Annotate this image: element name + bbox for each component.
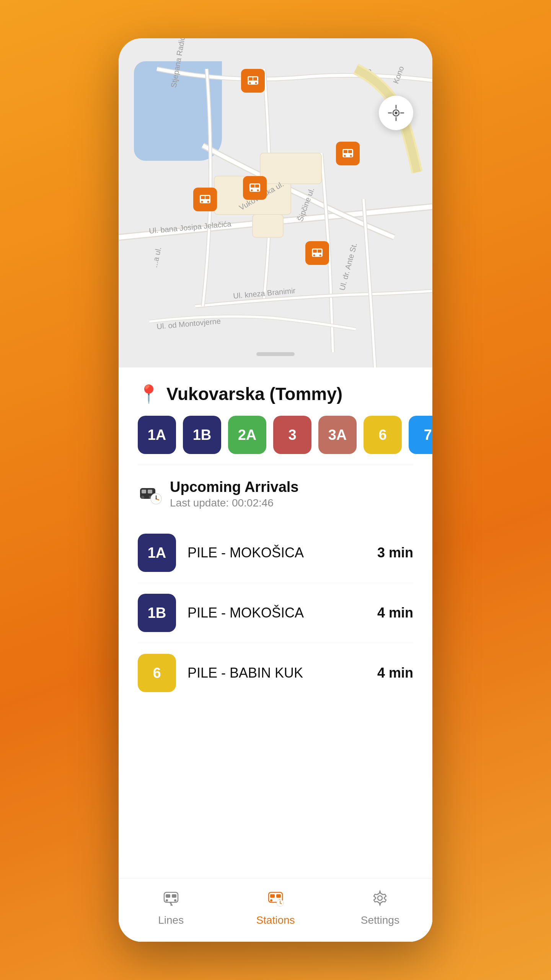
svg-point-54 xyxy=(156,498,157,499)
svg-point-27 xyxy=(251,189,253,191)
svg-point-58 xyxy=(166,899,168,902)
bus-marker-4[interactable] xyxy=(193,188,217,211)
arrival-row-1a[interactable]: 1A PILE - MOKOŠICA 3 min xyxy=(138,523,413,583)
bottom-navigation: Lines xyxy=(119,878,432,942)
svg-rect-46 xyxy=(142,490,146,493)
map-roads-svg: Ul. bana Josipa Jelačića Vukovarska ul. … xyxy=(119,38,432,368)
station-name: Vukovarska (Tommy) xyxy=(166,384,342,404)
arrival-time-6: 4 min xyxy=(377,665,413,681)
svg-point-71 xyxy=(280,903,280,903)
svg-rect-2 xyxy=(253,214,283,237)
svg-point-17 xyxy=(255,82,257,84)
route-badge-2a[interactable]: 2A xyxy=(228,416,266,454)
route-badge-1b[interactable]: 1B xyxy=(183,416,221,454)
bus-marker-2[interactable] xyxy=(336,142,360,165)
svg-rect-63 xyxy=(270,894,275,898)
svg-point-37 xyxy=(313,255,315,256)
svg-rect-31 xyxy=(205,196,209,199)
route-badge-3a[interactable]: 3A xyxy=(318,416,357,454)
arrivals-icon xyxy=(138,482,162,506)
svg-point-32 xyxy=(201,201,203,203)
svg-point-16 xyxy=(249,82,251,84)
svg-rect-20 xyxy=(344,150,347,153)
svg-rect-1 xyxy=(260,153,321,184)
svg-point-22 xyxy=(344,155,346,157)
svg-point-38 xyxy=(320,255,321,256)
svg-rect-35 xyxy=(313,250,317,253)
location-button[interactable] xyxy=(379,96,413,130)
bus-marker-1[interactable] xyxy=(241,69,265,93)
svg-rect-18 xyxy=(248,80,258,81)
arrival-destination-1a: PILE - MOKOŠICA xyxy=(187,545,366,561)
location-icon xyxy=(388,105,404,121)
drag-handle[interactable] xyxy=(256,352,295,356)
arrival-time-1b: 4 min xyxy=(377,605,413,621)
bus-marker-5[interactable] xyxy=(305,241,329,265)
arrival-time-1a: 3 min xyxy=(377,545,413,561)
arrival-badge-1b: 1B xyxy=(138,594,176,632)
svg-rect-21 xyxy=(348,150,352,153)
stations-icon xyxy=(267,889,284,911)
svg-point-65 xyxy=(270,899,272,902)
svg-rect-36 xyxy=(318,250,321,253)
svg-point-44 xyxy=(395,112,398,114)
route-badges-row: 1A 1B 2A 3 3A 6 7 xyxy=(119,412,432,465)
svg-point-59 xyxy=(174,899,176,902)
arrival-destination-6: PILE - BABIN KUK xyxy=(187,665,366,681)
svg-rect-56 xyxy=(166,894,170,898)
arrivals-header: Upcoming Arrivals Last update: 00:02:46 xyxy=(119,465,432,517)
route-badge-7[interactable]: 7 xyxy=(409,416,432,454)
route-badge-3[interactable]: 3 xyxy=(273,416,311,454)
svg-text:...a ul.: ...a ul. xyxy=(150,246,163,268)
settings-icon xyxy=(371,889,389,911)
arrival-row-6[interactable]: 6 PILE - BABIN KUK 4 min xyxy=(138,643,413,703)
lines-icon xyxy=(162,889,180,911)
arrival-badge-1a: 1A xyxy=(138,534,176,572)
svg-rect-30 xyxy=(201,196,205,199)
arrivals-text-group: Upcoming Arrivals Last update: 00:02:46 xyxy=(170,479,298,509)
arrivals-title: Upcoming Arrivals xyxy=(170,479,298,495)
svg-text:Ul. dr. Ante St.: Ul. dr. Ante St. xyxy=(338,242,359,291)
nav-label-stations: Stations xyxy=(256,914,295,926)
svg-rect-14 xyxy=(249,77,253,80)
bottom-panel: 📍 Vukovarska (Tommy) 1A 1B 2A 3 3A 6 xyxy=(119,368,432,942)
map-section: Ul. bana Josipa Jelačića Vukovarska ul. … xyxy=(119,38,432,368)
svg-point-48 xyxy=(141,496,144,499)
route-badge-6[interactable]: 6 xyxy=(364,416,402,454)
nav-label-lines: Lines xyxy=(158,914,184,926)
nav-item-lines[interactable]: Lines xyxy=(119,889,223,926)
svg-rect-47 xyxy=(148,490,152,493)
arrival-destination-1b: PILE - MOKOŠICA xyxy=(187,605,366,621)
arrivals-list: 1A PILE - MOKOŠICA 3 min 1B PILE - MOKOŠ… xyxy=(119,517,432,709)
svg-point-28 xyxy=(257,189,259,191)
arrivals-last-update: Last update: 00:02:46 xyxy=(170,497,298,509)
svg-rect-15 xyxy=(253,77,257,80)
svg-rect-64 xyxy=(276,894,281,898)
svg-rect-25 xyxy=(251,185,254,188)
svg-rect-26 xyxy=(255,185,259,188)
nav-label-settings: Settings xyxy=(361,914,399,926)
bus-marker-3[interactable] xyxy=(243,176,267,200)
arrival-row-1b[interactable]: 1B PILE - MOKOŠICA 4 min xyxy=(138,583,413,643)
svg-point-23 xyxy=(350,155,352,157)
svg-rect-57 xyxy=(172,894,176,898)
route-badge-1a[interactable]: 1A xyxy=(138,416,176,454)
pin-icon: 📍 xyxy=(138,384,160,404)
nav-item-settings[interactable]: Settings xyxy=(328,889,432,926)
station-header: 📍 Vukovarska (Tommy) xyxy=(119,368,432,412)
svg-point-33 xyxy=(207,201,209,203)
nav-item-stations[interactable]: Stations xyxy=(223,889,328,926)
phone-frame: Ul. bana Josipa Jelačića Vukovarska ul. … xyxy=(119,38,432,942)
arrival-badge-6: 6 xyxy=(138,654,176,692)
svg-point-72 xyxy=(378,896,382,900)
svg-text:Stjepana Radića: Stjepana Radića xyxy=(169,38,187,88)
